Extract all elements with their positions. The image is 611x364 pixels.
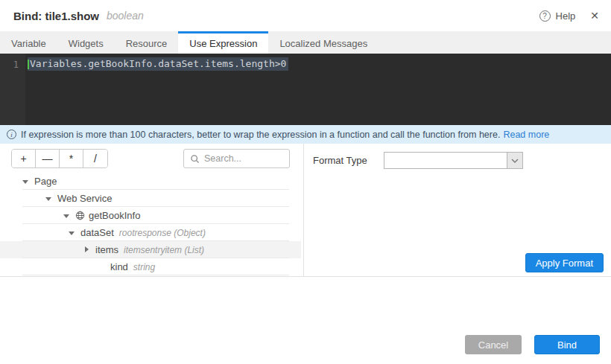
node-type: string [133, 262, 155, 272]
hint-message: If expression is more than 100 character… [21, 130, 500, 140]
header-actions: ? Help ✕ [539, 10, 599, 22]
variables-panel: +—*/ PageWeb ServicegetBookInfodataSetro… [0, 144, 304, 276]
tree-node-getbookinfo[interactable]: getBookInfo [0, 207, 301, 224]
read-more-link[interactable]: Read more [503, 130, 549, 140]
editor-gutter: 1 [0, 54, 25, 125]
format-type-select[interactable] [384, 152, 523, 169]
dialog-header: Bind: tile1.show boolean ? Help ✕ [0, 0, 611, 31]
minus-operator-button[interactable]: — [36, 150, 60, 167]
page-title: Bind: tile1.show [13, 10, 99, 22]
tree-node-web-service[interactable]: Web Service [0, 190, 301, 207]
editor-code-area[interactable]: Variables.getBookInfo.dataSet.items.leng… [25, 54, 611, 125]
format-type-label: Format Type [313, 155, 367, 166]
search-icon [190, 154, 200, 164]
expression-editor[interactable]: 1 Variables.getBookInfo.dataSet.items.le… [0, 54, 611, 125]
format-panel: Format Type Apply Format [304, 144, 611, 276]
section-divider [0, 276, 611, 277]
expression-toolbar: +—*/ [0, 149, 303, 168]
tab-variable[interactable]: Variable [0, 31, 57, 54]
tab-widgets[interactable]: Widgets [57, 31, 115, 54]
search-box[interactable] [183, 149, 290, 168]
cancel-button[interactable]: Cancel [465, 335, 522, 354]
help-icon[interactable]: ? [539, 10, 551, 22]
web-service-icon [75, 211, 85, 220]
node-label: getBookInfo [89, 210, 140, 221]
bind-button[interactable]: Bind [534, 335, 600, 354]
node-label: dataSet [80, 227, 114, 238]
tree-node-page[interactable]: Page [0, 173, 301, 190]
plus-operator-button[interactable]: + [12, 150, 36, 167]
caret-down-icon[interactable] [22, 178, 29, 185]
tab-use-expression[interactable]: Use Expression [178, 31, 268, 54]
caret-right-icon[interactable] [83, 246, 90, 253]
tab-localized-messages[interactable]: Localized Messages [268, 31, 379, 54]
info-icon: i [7, 130, 16, 139]
node-label: Web Service [57, 193, 112, 204]
node-type: rootresponse (Object) [119, 228, 206, 238]
tree-node-dataset[interactable]: dataSetrootresponse (Object) [0, 224, 301, 241]
apply-format-button[interactable]: Apply Format [525, 253, 604, 272]
caret-spacer [98, 264, 105, 270]
editor-caret [28, 60, 29, 69]
caret-down-icon[interactable] [63, 212, 70, 219]
divide-operator-button[interactable]: / [83, 150, 107, 167]
tab-bar: VariableWidgetsResourceUse ExpressionLoc… [0, 31, 611, 54]
caret-down-icon[interactable] [45, 195, 52, 202]
node-label: kind [110, 261, 128, 272]
variables-tree: PageWeb ServicegetBookInfodataSetrootres… [0, 173, 303, 275]
node-label: items [95, 244, 118, 255]
close-icon[interactable]: ✕ [590, 10, 599, 21]
help-link[interactable]: Help [556, 10, 576, 22]
tree-node-items[interactable]: itemsitemsentryitem (List) [0, 241, 301, 258]
tree-node-kind[interactable]: kindstring [0, 258, 301, 275]
chevron-down-icon[interactable] [507, 153, 522, 168]
bound-property-type: boolean [107, 10, 144, 22]
search-input[interactable] [204, 153, 283, 164]
multiply-operator-button[interactable]: * [60, 150, 83, 167]
tab-resource[interactable]: Resource [115, 31, 179, 54]
caret-down-icon[interactable] [69, 229, 75, 236]
format-type-row: Format Type [313, 152, 611, 169]
line-number: 1 [13, 60, 19, 70]
node-type: itemsentryitem (List) [124, 245, 204, 255]
expression-text[interactable]: Variables.getBookInfo.dataSet.items.leng… [28, 57, 288, 71]
operator-button-group: +—*/ [11, 149, 108, 168]
expression-hint-bar: i If expression is more than 100 charact… [0, 125, 611, 144]
main-split: +—*/ PageWeb ServicegetBookInfodataSetro… [0, 144, 611, 276]
dialog-footer: Cancel Bind [465, 335, 600, 354]
node-label: Page [34, 176, 57, 187]
